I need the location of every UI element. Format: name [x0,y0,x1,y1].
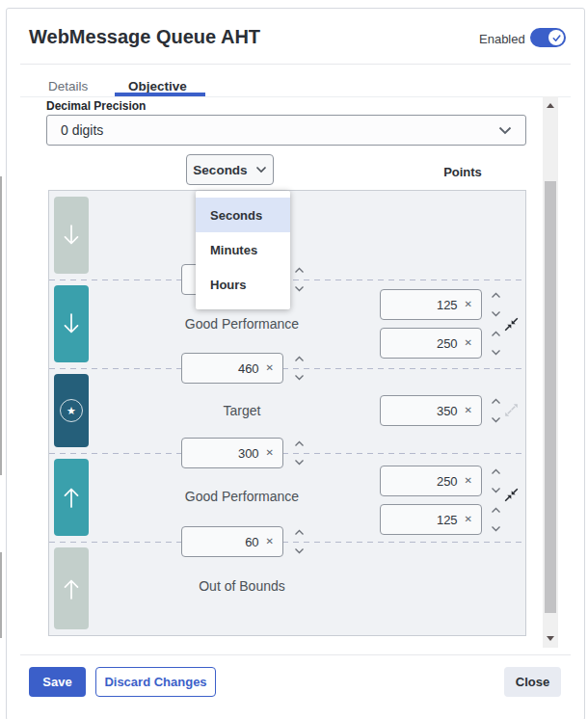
collapse-points-icon[interactable] [504,317,519,332]
points-value: 125 [437,513,458,527]
zone-boundary-line [49,542,525,543]
stepper-down-icon[interactable] [491,487,501,493]
zone-boundary-line [49,453,525,454]
stepper-down-icon[interactable] [294,285,305,292]
vertical-scrollbar[interactable] [543,96,558,648]
stepper-down-icon[interactable] [294,459,305,466]
clear-icon[interactable]: ✕ [465,338,472,348]
scroll-down-icon[interactable] [547,636,554,641]
points-stepper [489,468,502,493]
unit-option-minutes[interactable]: Minutes [196,235,290,264]
threshold-input[interactable]: 60 ✕ [181,526,283,557]
zone-label: Out of Bounds [102,578,382,594]
stepper-up-icon[interactable] [294,440,305,447]
unit-option-hours[interactable]: Hours [196,270,290,299]
unit-select-button[interactable]: Seconds [186,154,274,185]
clear-icon[interactable]: ✕ [465,476,472,486]
decimal-precision-label: Decimal Precision [46,99,146,113]
target-star-icon: ★ [60,399,83,422]
points-stepper [489,507,502,532]
enabled-label: Enabled [479,32,525,46]
unit-dropdown-menu: Seconds Minutes Hours [196,191,290,309]
points-value: 125 [437,298,458,312]
tabbar-divider [20,96,571,97]
stepper-up-icon[interactable] [491,292,501,299]
stepper-down-icon[interactable] [491,525,501,532]
zone-block-out-of-bounds-high [54,197,89,274]
arrow-up-icon [61,485,82,510]
points-input[interactable]: 250 ✕ [380,328,482,359]
stepper-down-icon[interactable] [491,416,501,423]
clear-icon[interactable]: ✕ [465,300,472,309]
chevron-down-icon [255,166,267,173]
enabled-toggle[interactable] [530,28,566,47]
zone-label: Good Performance [102,489,382,504]
background-edge-artifact [0,552,2,638]
save-button[interactable]: Save [29,667,86,697]
unit-option-seconds[interactable]: Seconds [196,198,290,232]
threshold-value: 60 [245,535,258,549]
zone-block-out-of-bounds-low [54,547,89,629]
unit-select-value: Seconds [193,163,247,177]
points-input[interactable]: 250 ✕ [380,466,482,496]
clear-icon[interactable]: ✕ [465,515,472,524]
expand-points-icon[interactable] [504,403,519,417]
tab-objective[interactable]: Objective [128,79,187,93]
arrow-down-icon [61,311,82,336]
zone-boundary-line [49,368,525,369]
points-input[interactable]: 350 ✕ [380,395,482,426]
decimal-precision-value: 0 digits [61,122,103,138]
threshold-input[interactable]: 300 ✕ [181,438,283,468]
zone-label: Good Performance [102,316,382,332]
close-button[interactable]: Close [504,667,561,697]
page-title: WebMessage Queue AHT [29,26,260,48]
stepper-up-icon[interactable] [491,331,501,337]
threshold-value: 460 [238,361,259,376]
points-value: 250 [437,474,458,489]
stepper-down-icon[interactable] [491,310,501,317]
arrow-up-icon [61,576,82,601]
stepper-down-icon[interactable] [294,547,305,554]
header-divider [20,64,571,65]
zone-block-target: ★ [54,374,89,447]
stepper-up-icon[interactable] [491,507,501,514]
threshold-input[interactable]: 460 ✕ [181,353,283,384]
footer-divider [20,654,571,655]
stepper-up-icon[interactable] [491,398,501,405]
clear-icon[interactable]: ✕ [465,406,472,415]
arrow-down-icon [61,223,82,248]
zone-block-good-performance-high [54,285,89,362]
clear-icon[interactable]: ✕ [266,448,274,458]
scroll-up-icon[interactable] [547,103,554,108]
zone-label: Target [102,403,382,418]
stepper-up-icon[interactable] [294,356,305,362]
zone-block-good-performance-low [54,459,89,536]
clear-icon[interactable]: ✕ [266,537,274,546]
points-stepper [489,292,502,317]
toggle-knob-check-icon [548,30,564,45]
stepper-up-icon[interactable] [491,468,501,475]
stepper-down-icon[interactable] [294,374,305,381]
collapse-points-icon[interactable] [504,488,519,502]
threshold-stepper [292,440,306,466]
threshold-stepper [292,356,306,381]
decimal-precision-select[interactable]: 0 digits [46,115,526,146]
threshold-value: 300 [238,446,259,461]
points-value: 250 [437,336,458,351]
stepper-down-icon[interactable] [491,349,501,356]
chevron-down-icon [498,126,512,135]
points-value: 350 [437,404,458,418]
threshold-stepper [292,529,306,554]
points-column-header: Points [434,165,492,179]
clear-icon[interactable]: ✕ [266,363,274,373]
points-stepper [489,398,502,423]
stepper-up-icon[interactable] [294,529,305,536]
points-input[interactable]: 125 ✕ [380,504,482,535]
points-stepper [489,331,502,356]
tab-details[interactable]: Details [48,79,88,93]
stepper-up-icon[interactable] [294,267,305,274]
scrollbar-thumb[interactable] [545,181,556,613]
points-input[interactable]: 125 ✕ [380,289,482,320]
background-edge-artifact [0,176,2,475]
discard-changes-button[interactable]: Discard Changes [95,667,216,697]
